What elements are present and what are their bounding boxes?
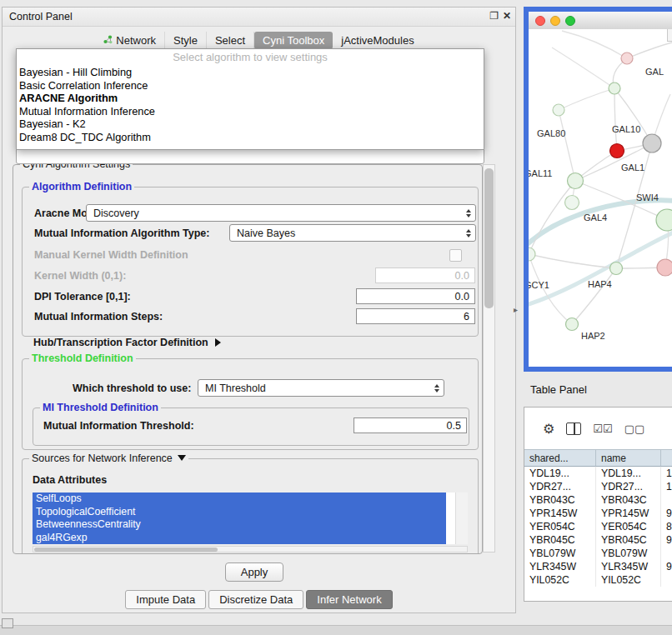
network-node[interactable] xyxy=(656,209,672,231)
tab-jactivemodules[interactable]: jActiveModules xyxy=(333,32,422,49)
sources-toggle[interactable]: Sources for Network Inference xyxy=(29,452,188,464)
network-node-label: GCY1 xyxy=(529,280,549,290)
network-view-window: GALGAL80GAL10GAL11GAL1SWI4GAL4GCY1HAP4HA… xyxy=(524,7,672,372)
table-row[interactable]: YPR145WYPR145W9. xyxy=(524,507,672,520)
network-node-label: HAP4 xyxy=(588,279,612,289)
table-row[interactable]: YER054CYER054C8. xyxy=(524,520,672,533)
algorithm-option[interactable]: ARACNE Algorithm xyxy=(17,92,484,105)
network-canvas-area[interactable]: GALGAL80GAL10GAL11GAL1SWI4GAL4GCY1HAP4HA… xyxy=(529,29,672,367)
table-row[interactable]: YBR045CYBR045C9. xyxy=(524,533,672,547)
algorithm-option[interactable]: Basic Correlation Inference xyxy=(17,79,484,92)
close-window-icon[interactable]: ✕ xyxy=(503,10,511,22)
attribute-item[interactable]: TopologicalCoefficient xyxy=(33,506,446,519)
table-cell: YDR27... xyxy=(596,480,661,493)
network-node[interactable] xyxy=(643,134,661,152)
algorithm-option[interactable]: Bayesian - K2 xyxy=(17,118,484,131)
manual-kernel-checkbox[interactable] xyxy=(449,249,462,262)
hub-definition-toggle[interactable]: Hub/Transcription Factor Definition xyxy=(33,337,221,348)
close-traffic-light[interactable] xyxy=(535,16,545,26)
column-header[interactable]: name xyxy=(596,449,661,467)
network-node[interactable] xyxy=(621,52,633,64)
network-canvas[interactable]: GALGAL80GAL10GAL11GAL1SWI4GAL4GCY1HAP4HA… xyxy=(529,29,672,367)
table-cell xyxy=(661,493,672,507)
column-header[interactable] xyxy=(661,449,672,467)
algorithm-option[interactable]: Bayesian - Hill Climbing xyxy=(17,66,484,79)
column-header[interactable]: shared... xyxy=(524,449,596,467)
network-node[interactable] xyxy=(565,196,579,210)
which-threshold-select[interactable]: MI Threshold xyxy=(198,379,444,397)
tab-cyni-toolbox[interactable]: Cyni Toolbox xyxy=(254,32,333,49)
table-row[interactable]: YIL052CYIL052C xyxy=(524,573,672,587)
algorithm-option[interactable]: Mutual Information Inference xyxy=(17,105,484,118)
network-node[interactable] xyxy=(657,259,672,276)
table-cell: YDR27... xyxy=(524,480,596,493)
network-node-label: SWI4 xyxy=(636,192,659,202)
bottom-tab-impute-data[interactable]: Impute Data xyxy=(125,590,206,609)
select-all-columns-icon[interactable]: ☑☑ xyxy=(593,422,612,435)
data-attributes-listbox: SelfLoopsTopologicalCoefficientBetweenne… xyxy=(33,492,468,544)
minimize-traffic-light[interactable] xyxy=(550,16,560,26)
mi-threshold-value: 0.5 xyxy=(447,420,461,432)
panel-splitter-handle[interactable]: ▸ xyxy=(514,305,518,314)
network-scrollbar-button[interactable] xyxy=(667,29,672,42)
bottom-tab-discretize-data[interactable]: Discretize Data xyxy=(208,590,303,609)
network-node-label: GAL80 xyxy=(537,128,565,138)
table-row[interactable]: YDR27...YDR27...12 xyxy=(524,480,672,493)
network-node[interactable] xyxy=(566,318,579,331)
dpi-tolerance-field[interactable]: 0.0 xyxy=(356,288,475,304)
mi-threshold-field[interactable]: 0.5 xyxy=(354,418,467,433)
tab-style[interactable]: Style xyxy=(165,32,207,49)
mi-type-select[interactable]: Naive Bayes xyxy=(229,224,476,242)
network-node[interactable] xyxy=(553,104,564,116)
zoom-traffic-light[interactable] xyxy=(565,16,575,26)
attribute-item[interactable]: BetweennessCentrality xyxy=(33,518,446,532)
table-row[interactable]: YBR043CYBR043C xyxy=(524,493,672,507)
algorithm-option[interactable]: Dream8 DC_TDC Algorithm xyxy=(17,131,484,144)
network-node[interactable] xyxy=(529,248,535,261)
deselect-all-columns-icon[interactable]: ▢▢ xyxy=(624,422,645,435)
settings-scrollbar[interactable] xyxy=(483,164,495,552)
cyni-algorithm-settings-group: Cyni Algorithm Settings Algorithm Defini… xyxy=(13,164,483,554)
aracne-mode-select[interactable]: Discovery xyxy=(86,204,476,222)
table-cell xyxy=(661,547,672,560)
float-window-icon[interactable]: ❐ xyxy=(489,10,499,22)
mi-steps-field[interactable]: 6 xyxy=(356,308,475,324)
network-node[interactable] xyxy=(568,173,584,189)
table-cell: YBR043C xyxy=(524,493,596,507)
tab-label: Network xyxy=(116,34,156,47)
list-horizontal-scrollbar[interactable] xyxy=(33,546,468,552)
attribute-item[interactable]: gal4RGexp xyxy=(33,532,446,545)
network-edge xyxy=(562,31,627,58)
network-node[interactable] xyxy=(609,82,620,94)
tab-network[interactable]: Network xyxy=(95,32,165,49)
table-cell: YPR145W xyxy=(524,507,596,520)
network-tab-icon xyxy=(103,34,113,47)
network-node-label: GAL1 xyxy=(621,162,644,172)
network-window-titlebar xyxy=(529,12,672,30)
settings-scrollbar-thumb[interactable] xyxy=(484,168,494,308)
table-cell: YPR145W xyxy=(596,507,661,520)
network-node[interactable] xyxy=(610,262,623,275)
list-vertical-scrollbar[interactable] xyxy=(455,492,468,544)
table-row[interactable]: YLR345WYLR345W9. xyxy=(524,560,672,573)
mi-threshold-group: MI Threshold Definition Mutual Informati… xyxy=(33,408,469,446)
bottom-tab-infer-network[interactable]: Infer Network xyxy=(306,590,392,609)
columns-icon[interactable] xyxy=(566,422,581,435)
kernel-width-field[interactable]: 0.0 xyxy=(375,268,475,283)
table-cell: YDL19... xyxy=(596,467,661,480)
attribute-item[interactable]: SelfLoops xyxy=(33,492,446,506)
gear-icon[interactable]: ⚙ xyxy=(543,421,554,437)
threshold-definition-title: Threshold Definition xyxy=(29,352,136,364)
table-cell: 9. xyxy=(661,560,672,573)
apply-button[interactable]: Apply xyxy=(225,562,283,582)
network-node-label: GAL11 xyxy=(529,168,552,178)
collapsed-panel-icon[interactable] xyxy=(2,618,13,628)
network-node[interactable] xyxy=(610,144,624,158)
table-row[interactable]: YDL19...YDL19...13 xyxy=(524,467,672,480)
bottom-tab-bar: Impute DataDiscretize DataInfer Network xyxy=(3,590,515,609)
table-cell: YBL079W xyxy=(596,547,661,560)
tab-select[interactable]: Select xyxy=(207,32,254,49)
table-row[interactable]: YBL079WYBL079W xyxy=(524,547,672,560)
network-node-label: GAL xyxy=(645,67,664,77)
network-node-label: HAP2 xyxy=(581,331,605,341)
